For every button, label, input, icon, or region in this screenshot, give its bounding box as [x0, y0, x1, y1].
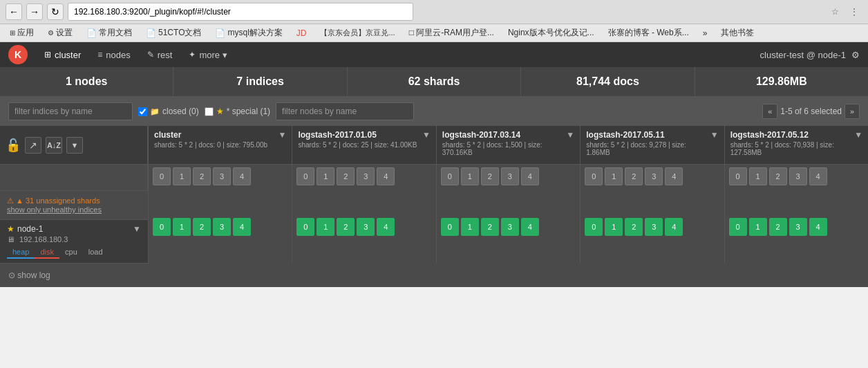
- special-checkbox[interactable]: [205, 107, 214, 116]
- shard-btn[interactable]: 0: [729, 218, 747, 236]
- bookmark-mysql[interactable]: 📄 mysql解决方案: [211, 26, 286, 40]
- bookmark-jd[interactable]: JD: [292, 27, 311, 39]
- shard-btn[interactable]: 1: [173, 218, 191, 236]
- bookmark-51cto[interactable]: 📄 51CTO文档: [142, 26, 205, 40]
- stat-docs: 81,744 docs: [521, 67, 695, 96]
- bookmark-others[interactable]: 其他书签: [717, 26, 758, 40]
- shard-btn[interactable]: 4: [377, 218, 395, 236]
- refresh-button[interactable]: ↻: [47, 3, 64, 20]
- shard-btn[interactable]: 2: [481, 167, 499, 185]
- nav-nodes[interactable]: ≡ nodes: [89, 42, 138, 67]
- indices-pagination: « 1-5 of 6 selected »: [762, 104, 860, 119]
- index-3-dropdown-icon[interactable]: ▼: [710, 130, 719, 140]
- shard-btn[interactable]: 0: [153, 218, 171, 236]
- shard-btn[interactable]: 4: [521, 218, 539, 236]
- shard-btn[interactable]: 4: [233, 218, 251, 236]
- node-dropdown-icon[interactable]: ▼: [133, 224, 141, 234]
- shard-btn[interactable]: 4: [665, 218, 683, 236]
- prev-page-button[interactable]: «: [762, 104, 777, 119]
- index-2-dropdown-icon[interactable]: ▼: [566, 130, 574, 140]
- shard-btn[interactable]: 2: [769, 167, 787, 185]
- browser-toolbar: ← → ↻ ☆ ⋮: [0, 0, 868, 24]
- filter-indices-input[interactable]: [8, 102, 133, 120]
- bookmark-apps[interactable]: ⊞ 应用: [6, 26, 38, 40]
- shard-btn[interactable]: 3: [213, 218, 231, 236]
- shard-btn[interactable]: 1: [605, 218, 623, 236]
- shard-btn[interactable]: 4: [809, 218, 827, 236]
- shard-btn[interactable]: 4: [377, 167, 395, 185]
- shard-btn[interactable]: 1: [605, 167, 623, 185]
- index-0-dropdown-icon[interactable]: ▼: [279, 130, 287, 140]
- forward-button[interactable]: →: [26, 3, 43, 20]
- sort-dropdown-button[interactable]: ▼: [66, 137, 83, 154]
- shard-btn[interactable]: 0: [153, 167, 171, 185]
- next-page-button[interactable]: »: [845, 104, 860, 119]
- tab-cpu[interactable]: cpu: [59, 246, 83, 259]
- shard-btn[interactable]: 2: [625, 167, 643, 185]
- index-4-dropdown-icon[interactable]: ▼: [854, 130, 862, 140]
- shard-btn[interactable]: 3: [645, 218, 663, 236]
- shard-btn[interactable]: 0: [296, 218, 314, 236]
- shard-btn[interactable]: 3: [357, 167, 375, 185]
- bookmark-jd-label[interactable]: 【京东会员】京豆兑...: [316, 26, 399, 39]
- shard-btn[interactable]: 1: [317, 218, 334, 236]
- shard-btn[interactable]: 2: [481, 218, 499, 236]
- folder-icon: 📁: [150, 107, 160, 116]
- shard-btn[interactable]: 0: [296, 167, 314, 185]
- shard-btn[interactable]: 3: [501, 218, 519, 236]
- shard-btn[interactable]: 2: [769, 218, 787, 236]
- nav-cluster[interactable]: ⊞ cluster: [36, 42, 89, 67]
- bookmark-docs[interactable]: 📄 常用文档: [82, 26, 136, 40]
- bookmark-nginx[interactable]: Nginx版本号优化及记...: [504, 26, 598, 40]
- special-checkbox-label[interactable]: ★ * special (1): [205, 107, 270, 116]
- shard-btn[interactable]: 1: [749, 218, 767, 236]
- closed-checkbox[interactable]: [138, 107, 147, 116]
- bookmark-settings[interactable]: ⚙ 设置: [44, 26, 77, 40]
- shard-btn[interactable]: 2: [337, 218, 355, 236]
- shard-btn[interactable]: 1: [173, 167, 191, 185]
- shard-btn[interactable]: 2: [193, 167, 211, 185]
- shard-btn[interactable]: 1: [317, 167, 334, 185]
- shard-btn[interactable]: 0: [729, 167, 747, 185]
- shard-btn[interactable]: 3: [645, 167, 663, 185]
- url-bar[interactable]: [68, 3, 413, 21]
- shard-btn[interactable]: 3: [357, 218, 375, 236]
- shard-btn[interactable]: 3: [501, 167, 519, 185]
- gear-icon[interactable]: ⚙: [851, 50, 860, 60]
- nav-more[interactable]: ✦ more ▾: [180, 42, 235, 67]
- shard-btn[interactable]: 0: [441, 218, 459, 236]
- shard-btn[interactable]: 0: [585, 167, 603, 185]
- tab-load[interactable]: load: [83, 246, 108, 259]
- bookmark-more[interactable]: »: [699, 27, 712, 39]
- index-1-dropdown-icon[interactable]: ▼: [422, 130, 431, 140]
- closed-checkbox-label[interactable]: 📁 closed (0): [138, 107, 199, 116]
- back-button[interactable]: ←: [6, 3, 22, 20]
- shard-btn[interactable]: 4: [809, 167, 827, 185]
- nav-rest[interactable]: ✎ rest: [139, 42, 181, 67]
- tab-heap[interactable]: heap: [7, 246, 35, 259]
- shard-btn[interactable]: 0: [441, 167, 459, 185]
- shard-btn[interactable]: 3: [213, 167, 231, 185]
- bookmark-star-icon[interactable]: ☆: [827, 3, 843, 20]
- bookmark-aliyun[interactable]: □ 阿里云-RAM用户登...: [405, 26, 498, 40]
- expand-button[interactable]: ↗: [25, 137, 41, 154]
- filter-nodes-input[interactable]: [276, 102, 414, 120]
- shard-btn[interactable]: 1: [461, 218, 479, 236]
- unhealthy-link[interactable]: show only unhealthy indices: [7, 205, 141, 214]
- shard-btn[interactable]: 4: [665, 167, 683, 185]
- settings-icon[interactable]: ⋮: [846, 3, 862, 20]
- shard-btn[interactable]: 4: [233, 167, 251, 185]
- shard-btn[interactable]: 2: [625, 218, 643, 236]
- shard-btn[interactable]: 2: [193, 218, 211, 236]
- shard-btn[interactable]: 1: [461, 167, 479, 185]
- shard-btn[interactable]: 1: [749, 167, 767, 185]
- tab-disk[interactable]: disk: [35, 246, 59, 259]
- shard-btn[interactable]: 3: [789, 218, 807, 236]
- sort-az-button[interactable]: A↓Z: [46, 137, 62, 154]
- show-log[interactable]: ⊙ show log: [0, 264, 868, 287]
- shard-btn[interactable]: 0: [585, 218, 603, 236]
- bookmark-blog[interactable]: 张寨的博客 - Web系...: [604, 26, 693, 40]
- shard-btn[interactable]: 2: [337, 167, 355, 185]
- shard-btn[interactable]: 4: [521, 167, 539, 185]
- shard-btn[interactable]: 3: [789, 167, 807, 185]
